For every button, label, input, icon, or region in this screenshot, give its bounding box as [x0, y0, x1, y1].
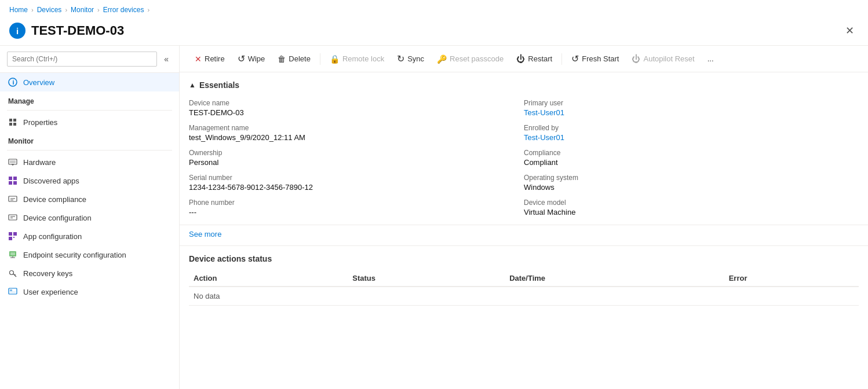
essentials-phone-number: Phone number --- — [189, 195, 524, 220]
essentials-management-name: Management name test_Windows_9/9/2020_12… — [189, 120, 524, 145]
info-icon: i — [9, 23, 25, 39]
discovered-apps-icon — [8, 176, 17, 185]
sidebar-item-label-properties: Properties — [23, 118, 57, 127]
toolbar-sep-1 — [320, 53, 320, 65]
device-configuration-icon — [8, 213, 17, 222]
svg-point-28 — [10, 271, 14, 275]
sidebar-divider-monitor — [7, 150, 172, 151]
toolbar-sep-2 — [561, 53, 562, 65]
essentials-primary-user-value[interactable]: Test-User01 — [524, 108, 564, 117]
sidebar-section-monitor: Monitor — [0, 131, 179, 148]
svg-rect-32 — [10, 289, 12, 291]
remote-lock-icon: 🔒 — [330, 54, 340, 64]
col-action: Action — [189, 270, 348, 287]
essentials-enrolled-by-label: Enrolled by — [524, 124, 859, 132]
sidebar-item-discovered-apps[interactable]: Discovered apps — [0, 171, 179, 190]
fresh-start-button[interactable]: ↺ Fresh Start — [566, 50, 625, 67]
breadcrumb-home[interactable]: Home — [9, 6, 28, 14]
essentials-ownership-label: Ownership — [189, 149, 524, 157]
sidebar-item-device-configuration[interactable]: Device configuration — [0, 208, 179, 227]
essentials-management-name-label: Management name — [189, 124, 524, 132]
search-input[interactable] — [7, 52, 157, 67]
remote-lock-button[interactable]: 🔒 Remote lock — [324, 52, 390, 67]
svg-rect-25 — [10, 252, 15, 255]
close-button[interactable]: ✕ — [841, 22, 859, 39]
sidebar-search-container: « — [0, 46, 179, 73]
breadcrumb: Home › Devices › Monitor › Error devices… — [0, 0, 868, 20]
essentials-device-name-value: TEST-DEMO-03 — [189, 108, 524, 117]
svg-rect-2 — [9, 119, 12, 122]
svg-rect-3 — [13, 119, 16, 122]
main-layout: « i Overview Manage Properties Mo — [0, 46, 868, 389]
essentials-ownership-value: Personal — [189, 158, 524, 167]
essentials-operating-system: Operating system Windows — [524, 170, 859, 195]
sidebar-item-device-compliance[interactable]: Device compliance — [0, 190, 179, 208]
svg-rect-22 — [9, 237, 12, 240]
sync-button[interactable]: ↻ Sync — [391, 50, 430, 67]
essentials-device-name: Device name TEST-DEMO-03 — [189, 96, 524, 120]
breadcrumb-monitor[interactable]: Monitor — [71, 6, 94, 14]
sidebar-item-app-configuration[interactable]: App configuration — [0, 227, 179, 245]
col-error: Error — [724, 270, 859, 287]
sidebar-item-endpoint-security[interactable]: Endpoint security configuration — [0, 245, 179, 264]
essentials-phone-number-value: --- — [189, 208, 524, 216]
restart-icon: ⏻ — [516, 54, 525, 64]
content-area: ✕ Retire ↺ Wipe 🗑 Delete 🔒 Remote lock ↻… — [180, 46, 868, 389]
endpoint-security-icon — [8, 250, 17, 259]
sidebar-divider-manage — [7, 110, 172, 111]
essentials-enrolled-by-value[interactable]: Test-User01 — [524, 133, 564, 142]
sidebar-item-label-device-configuration: Device configuration — [23, 214, 92, 222]
svg-rect-5 — [13, 123, 16, 126]
svg-text:i: i — [13, 79, 14, 86]
sidebar-section-manage: Manage — [0, 91, 179, 108]
essentials-header[interactable]: ▲ Essentials — [180, 72, 868, 96]
svg-rect-23 — [13, 237, 14, 238]
breadcrumb-devices[interactable]: Devices — [37, 6, 62, 14]
page-header: i TEST-DEMO-03 ✕ — [0, 20, 868, 46]
restart-button[interactable]: ⏻ Restart — [510, 51, 558, 67]
toolbar: ✕ Retire ↺ Wipe 🗑 Delete 🔒 Remote lock ↻… — [180, 46, 868, 72]
wipe-button[interactable]: ↺ Wipe — [232, 50, 271, 67]
delete-icon: 🗑 — [278, 54, 286, 64]
essentials-management-name-value: test_Windows_9/9/2020_12:11 AM — [189, 133, 524, 142]
sidebar-item-user-experience[interactable]: User experience — [0, 282, 179, 301]
essentials-serial-number: Serial number 1234-1234-5678-9012-3456-7… — [189, 170, 524, 195]
svg-rect-11 — [13, 177, 17, 180]
essentials-compliance: Compliance Compliant — [524, 145, 859, 170]
sidebar-item-properties[interactable]: Properties — [0, 113, 179, 131]
essentials-operating-system-label: Operating system — [524, 174, 859, 182]
essentials-title: Essentials — [199, 80, 239, 90]
svg-rect-10 — [9, 177, 12, 180]
sidebar-item-label-user-experience: User experience — [23, 288, 78, 296]
see-more-link[interactable]: See more — [180, 225, 868, 246]
sidebar-item-hardware[interactable]: Hardware — [0, 153, 179, 171]
autopilot-reset-button[interactable]: ⏻ Autopilot Reset — [626, 51, 700, 67]
reset-passcode-button[interactable]: 🔑 Reset passcode — [431, 52, 509, 67]
svg-rect-12 — [9, 181, 12, 185]
col-status: Status — [348, 270, 505, 287]
collapse-button[interactable]: « — [161, 53, 172, 65]
device-compliance-icon — [8, 195, 17, 204]
sidebar-item-label-device-compliance: Device compliance — [23, 195, 86, 204]
delete-button[interactable]: 🗑 Delete — [272, 52, 316, 67]
essentials-operating-system-value: Windows — [524, 183, 859, 192]
properties-icon — [8, 118, 17, 127]
svg-line-30 — [14, 274, 16, 275]
svg-rect-21 — [13, 232, 17, 236]
col-datetime: Date/Time — [505, 270, 724, 287]
sidebar-item-overview[interactable]: i Overview — [0, 73, 179, 91]
more-button[interactable]: ... — [702, 52, 720, 66]
essentials-primary-user: Primary user Test-User01 — [524, 96, 859, 120]
sidebar: « i Overview Manage Properties Mo — [0, 46, 180, 389]
svg-rect-17 — [9, 215, 17, 220]
essentials-device-model: Device model Virtual Machine — [524, 195, 859, 220]
essentials-device-name-label: Device name — [189, 99, 524, 107]
autopilot-reset-icon: ⏻ — [632, 54, 640, 64]
sidebar-item-recovery-keys[interactable]: Recovery keys — [0, 264, 179, 282]
breadcrumb-error-devices[interactable]: Error devices — [103, 6, 144, 14]
device-actions-table: Action Status Date/Time Error No data — [189, 270, 859, 306]
svg-rect-33 — [10, 292, 16, 292]
retire-button[interactable]: ✕ Retire — [189, 52, 231, 67]
essentials-enrolled-by: Enrolled by Test-User01 — [524, 120, 859, 145]
sidebar-item-label-hardware: Hardware — [23, 158, 56, 167]
